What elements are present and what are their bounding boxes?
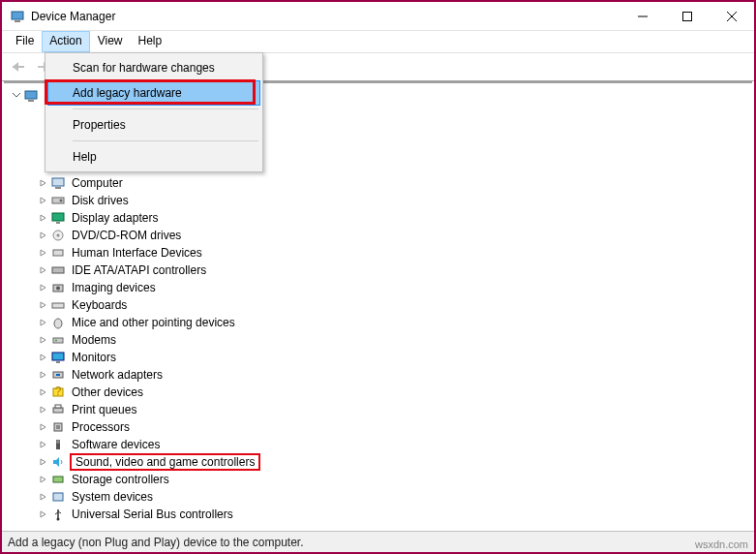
tree-node-monitors[interactable]: Monitors <box>6 349 750 366</box>
expand-arrow[interactable] <box>37 298 50 312</box>
expand-arrow[interactable] <box>37 351 50 364</box>
svg-point-25 <box>55 340 57 342</box>
svg-rect-32 <box>53 408 63 413</box>
svg-rect-18 <box>53 250 63 256</box>
expand-arrow[interactable] <box>37 176 50 190</box>
tree-node-dvd-cdrom[interactable]: DVD/CD-ROM drives <box>6 227 750 244</box>
svg-rect-38 <box>53 477 63 482</box>
system-icon <box>50 489 66 505</box>
expand-arrow[interactable] <box>37 368 50 382</box>
expand-arrow[interactable] <box>37 455 50 469</box>
menu-separator <box>73 108 258 109</box>
svg-point-23 <box>54 319 62 328</box>
expand-arrow[interactable] <box>37 246 50 260</box>
expand-arrow[interactable] <box>37 420 50 434</box>
tree-node-disk-drives[interactable]: Disk drives <box>6 192 750 209</box>
menu-scan-hardware[interactable]: Scan for hardware changes <box>47 55 260 80</box>
svg-rect-10 <box>52 178 64 186</box>
expand-arrow[interactable] <box>37 263 50 277</box>
cpu-icon <box>50 419 66 435</box>
svg-rect-15 <box>56 222 60 224</box>
storage-icon <box>50 472 66 487</box>
tree-label: Computer <box>70 176 125 190</box>
menu-action[interactable]: Action <box>42 31 89 52</box>
svg-rect-9 <box>28 100 34 102</box>
expand-arrow[interactable] <box>37 438 50 451</box>
tree-node-modems[interactable]: Modems <box>6 331 750 349</box>
tree-label: Modems <box>70 333 118 347</box>
tree-node-ide-atapi[interactable]: IDE ATA/ATAPI controllers <box>6 262 750 279</box>
menu-properties[interactable]: Properties <box>47 112 260 138</box>
expand-arrow[interactable] <box>37 211 50 225</box>
svg-rect-33 <box>55 405 61 408</box>
tree-label: Network adapters <box>70 368 165 382</box>
tree-label: Other devices <box>70 385 145 399</box>
svg-point-17 <box>57 234 60 237</box>
svg-rect-1 <box>15 20 20 22</box>
tree-node-usb[interactable]: Universal Serial Bus controllers <box>6 506 750 523</box>
tree-node-mice[interactable]: Mice and other pointing devices <box>6 314 750 331</box>
svg-point-37 <box>56 440 60 444</box>
tree-node-storage[interactable]: Storage controllers <box>6 471 750 488</box>
svg-rect-14 <box>52 213 64 221</box>
tree-label: Processors <box>70 420 132 434</box>
tree-node-print-queues[interactable]: Print queues <box>6 401 750 418</box>
svg-rect-8 <box>25 91 37 99</box>
expand-arrow[interactable] <box>10 89 23 103</box>
svg-text:?: ? <box>55 385 62 398</box>
computer-icon <box>23 88 39 104</box>
menu-help[interactable]: Help <box>47 144 260 169</box>
menu-add-legacy-hardware[interactable]: Add legacy hardware <box>47 80 260 106</box>
minimize-button[interactable] <box>620 2 665 31</box>
expand-arrow[interactable] <box>37 508 50 521</box>
expand-arrow[interactable] <box>37 490 50 504</box>
expand-arrow[interactable] <box>37 281 50 294</box>
menu-view[interactable]: View <box>90 31 131 52</box>
hid-icon <box>50 245 66 261</box>
tree-label: Universal Serial Bus controllers <box>70 508 235 521</box>
tree-label: IDE ATA/ATAPI controllers <box>70 263 208 277</box>
svg-rect-26 <box>52 353 64 360</box>
expand-arrow[interactable] <box>37 385 50 399</box>
tree-node-other[interactable]: ? Other devices <box>6 384 750 401</box>
expand-arrow[interactable] <box>37 316 50 329</box>
svg-point-13 <box>60 200 63 202</box>
svg-rect-3 <box>683 12 692 20</box>
tree-node-computer[interactable]: Computer <box>6 174 750 192</box>
tree-label: Storage controllers <box>70 473 171 486</box>
expand-arrow[interactable] <box>37 333 50 347</box>
toolbar-back[interactable] <box>8 56 29 77</box>
keyboard-icon <box>50 297 66 313</box>
tree-label: Imaging devices <box>70 281 158 294</box>
maximize-button[interactable] <box>665 2 710 31</box>
svg-rect-39 <box>53 493 63 501</box>
svg-rect-19 <box>52 267 64 273</box>
tree-node-processors[interactable]: Processors <box>6 418 750 436</box>
tree-node-system[interactable]: System devices <box>6 488 750 506</box>
svg-rect-29 <box>56 374 60 376</box>
tree-label: Software devices <box>70 438 162 451</box>
svg-point-41 <box>57 518 60 521</box>
expand-arrow[interactable] <box>37 229 50 242</box>
network-icon <box>50 367 66 383</box>
menu-file[interactable]: File <box>8 31 42 52</box>
tree-node-keyboards[interactable]: Keyboards <box>6 296 750 314</box>
tree-label: System devices <box>70 490 155 504</box>
tree-node-sound-video-game[interactable]: Sound, video and game controllers <box>6 453 750 471</box>
tree-node-display-adapters[interactable]: Display adapters <box>6 209 750 227</box>
expand-arrow[interactable] <box>37 473 50 486</box>
tree-node-network[interactable]: Network adapters <box>6 366 750 384</box>
dvd-icon <box>50 228 66 243</box>
tree-node-hid[interactable]: Human Interface Devices <box>6 244 750 262</box>
svg-rect-11 <box>55 187 61 189</box>
tree-node-imaging[interactable]: Imaging devices <box>6 279 750 296</box>
modem-icon <box>50 332 66 348</box>
display-icon <box>50 210 66 226</box>
software-icon <box>50 437 66 452</box>
menu-help[interactable]: Help <box>131 31 170 52</box>
printer-icon <box>50 402 66 417</box>
tree-node-software[interactable]: Software devices <box>6 436 750 453</box>
expand-arrow[interactable] <box>37 403 50 416</box>
expand-arrow[interactable] <box>37 194 50 207</box>
close-button[interactable] <box>710 2 754 31</box>
